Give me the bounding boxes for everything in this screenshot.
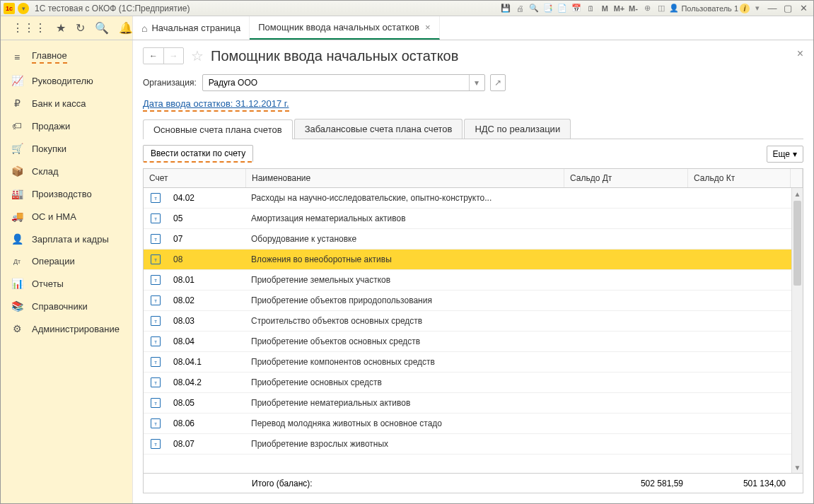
quick-access-bar: ⋮⋮⋮ ★ ↻ 🔍 🔔 [1, 16, 133, 40]
info-dropdown[interactable]: ▾ [751, 3, 764, 14]
cell-name: Приобретение взрослых животных [245, 439, 565, 449]
table-row[interactable]: т08.02Приобретение объектов природопольз… [144, 291, 803, 311]
tab-home[interactable]: ⌂ Начальная страница [133, 16, 250, 40]
org-dropdown-button[interactable]: ▾ [469, 75, 484, 90]
favorite-star-icon[interactable]: ☆ [191, 47, 204, 64]
sidebar-label: ОС и НМА [32, 211, 76, 222]
tab-assistant[interactable]: Помощник ввода начальных остатков × [250, 16, 439, 40]
app-menu-dropdown[interactable]: ▾ [18, 3, 29, 14]
ruble-icon: ₽ [11, 98, 23, 109]
chevron-down-icon: ▾ [793, 149, 797, 159]
sidebar-item-operations[interactable]: Дт Операции [1, 250, 132, 272]
table-row[interactable]: т08.01Приобретение земельных участков [144, 270, 803, 291]
sidebar-item-production[interactable]: 🏭 Производство [1, 182, 132, 205]
save-icon[interactable]: 💾 [499, 3, 512, 14]
nav-forward-button[interactable]: → [163, 48, 183, 64]
notifications-icon[interactable]: 🔔 [119, 21, 133, 35]
accounts-table: Счет Наименование Сальдо Дт Сальдо Кт т0… [143, 168, 803, 493]
nav-back-button[interactable]: ← [144, 48, 163, 64]
cell-name: Вложения во внеоборотные активы [245, 254, 565, 264]
sidebar-label: Руководителю [32, 76, 93, 86]
inner-tab-offbalance[interactable]: Забалансовые счета плана счетов [294, 119, 463, 139]
cell-name: Приобретение основных средств [245, 377, 565, 387]
scroll-thumb[interactable] [793, 201, 801, 286]
sidebar-item-warehouse[interactable]: 📦 Склад [1, 160, 132, 182]
compare-icon[interactable]: 📑 [542, 3, 554, 14]
org-open-button[interactable]: ↗ [490, 74, 506, 91]
panels-icon[interactable]: ◫ [655, 3, 668, 14]
table-row[interactable]: т08.07Приобретение взрослых животных [144, 434, 803, 455]
sidebar-item-main[interactable]: ≡ Главное [1, 45, 132, 69]
maximize-button[interactable]: ▢ [781, 3, 795, 13]
table-row[interactable]: т08.04Приобретение объектов основных сре… [144, 332, 803, 352]
enter-balances-button[interactable]: Ввести остатки по счету [143, 145, 253, 163]
info-icon[interactable]: i [740, 4, 750, 13]
sidebar-item-admin[interactable]: ⚙ Администрирование [1, 317, 132, 340]
table-row[interactable]: т08.03Строительство объектов основных ср… [144, 311, 803, 332]
th-saldo-dt[interactable]: Сальдо Дт [564, 169, 688, 187]
grid-calendar-icon[interactable]: 🗓 [584, 3, 597, 14]
org-value: Радуга ООО [203, 78, 469, 88]
tab-close-icon[interactable]: × [425, 22, 431, 33]
th-name[interactable]: Наименование [246, 169, 564, 187]
minimize-button[interactable]: — [765, 3, 779, 13]
close-page-button[interactable]: × [797, 47, 803, 60]
factory-icon: 🏭 [11, 188, 23, 199]
account-icon: т [151, 316, 161, 326]
inner-tab-main-accounts[interactable]: Основные счета плана счетов [143, 119, 293, 139]
history-icon[interactable]: ↻ [76, 21, 85, 35]
scrollbar[interactable]: ▲ ▼ [791, 188, 803, 473]
zoom-icon[interactable]: ⊕ [641, 3, 653, 14]
sidebar-item-assets[interactable]: 🚚 ОС и НМА [1, 205, 132, 228]
th-account[interactable]: Счет [144, 169, 246, 187]
table-row[interactable]: т07Оборудование к установке [144, 229, 803, 250]
table-row[interactable]: т08Вложения во внеоборотные активы [144, 250, 803, 270]
user-name: Пользователь 1 [681, 4, 738, 13]
footer-saldo-dt: 502 581,59 [565, 479, 689, 488]
table-row[interactable]: т08.04.2Приобретение основных средств [144, 373, 803, 393]
print-icon[interactable]: 🖨 [513, 3, 526, 14]
user-indicator[interactable]: 👤 Пользователь 1 [669, 4, 738, 13]
m-minus-button[interactable]: M- [627, 3, 639, 14]
preview-icon[interactable]: 🔍 [528, 3, 540, 14]
sidebar-item-catalogs[interactable]: 📚 Справочники [1, 295, 132, 317]
search-icon[interactable]: 🔍 [95, 21, 109, 35]
cell-name: Приобретение объектов природопользования [245, 295, 565, 305]
truck-icon: 🚚 [11, 211, 23, 222]
sidebar-item-reports[interactable]: 📊 Отчеты [1, 272, 132, 295]
calc-icon[interactable]: 📄 [556, 3, 569, 14]
th-saldo-kt[interactable]: Сальдо Кт [688, 169, 791, 187]
sidebar-item-bank[interactable]: ₽ Банк и касса [1, 92, 132, 115]
cell-account: 08.04 [168, 336, 245, 346]
sidebar-item-purchases[interactable]: 🛒 Покупки [1, 137, 132, 160]
scroll-down-button[interactable]: ▼ [792, 462, 803, 473]
table-row[interactable]: т08.06Перевод молодняка животных в основ… [144, 414, 803, 434]
balance-date-link[interactable]: Дата ввода остатков: 31.12.2017 г. [143, 98, 289, 112]
calendar-icon[interactable]: 📅 [570, 3, 583, 14]
table-row[interactable]: т08.05Приобретение нематериальных активо… [144, 393, 803, 414]
close-window-button[interactable]: ✕ [796, 3, 810, 13]
account-icon: т [151, 439, 161, 449]
org-select[interactable]: Радуга ООО ▾ [202, 74, 485, 91]
user-icon: 👤 [669, 4, 679, 13]
scroll-up-button[interactable]: ▲ [792, 188, 803, 199]
m-button[interactable]: M [598, 3, 611, 14]
more-button[interactable]: Еще ▾ [767, 146, 803, 163]
chart-icon: 📈 [11, 75, 23, 86]
inner-tab-vat[interactable]: НДС по реализации [464, 119, 571, 139]
home-icon: ⌂ [141, 23, 147, 34]
cell-name: Приобретение компонентов основных средст… [245, 357, 565, 367]
apps-icon[interactable]: ⋮⋮⋮ [12, 21, 46, 35]
sidebar-item-hr[interactable]: 👤 Зарплата и кадры [1, 228, 132, 250]
table-row[interactable]: т08.04.1Приобретение компонентов основны… [144, 352, 803, 373]
sidebar-item-manager[interactable]: 📈 Руководителю [1, 69, 132, 92]
table-row[interactable]: т04.02Расходы на научно-исследовательски… [144, 188, 803, 209]
cell-name: Приобретение земельных участков [245, 275, 565, 285]
sidebar-label: Операции [32, 256, 75, 266]
m-plus-button[interactable]: M+ [612, 3, 625, 14]
table-body: т04.02Расходы на научно-исследовательски… [144, 188, 803, 473]
table-row[interactable]: т05Амортизация нематериальных активов [144, 209, 803, 229]
favorites-icon[interactable]: ★ [56, 21, 66, 35]
sidebar-item-sales[interactable]: 🏷 Продажи [1, 115, 132, 137]
account-icon: т [151, 213, 161, 223]
